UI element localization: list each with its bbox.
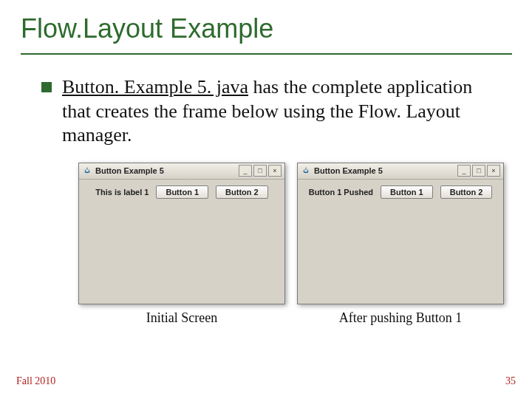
button-1[interactable]: Button 1 <box>156 185 208 199</box>
window-title: Button Example 5 <box>95 166 239 175</box>
right-caption: After pushing Button 1 <box>339 310 463 326</box>
button-2[interactable]: Button 2 <box>440 185 493 199</box>
minimize-button[interactable]: _ <box>239 165 252 177</box>
close-button[interactable]: × <box>268 165 282 177</box>
close-button[interactable]: × <box>487 165 500 177</box>
java-icon <box>82 166 92 176</box>
slide-title: Flow.Layout Example <box>21 13 512 55</box>
example-window-after: Button Example 5 _ □ × Button 1 Pushed B… <box>297 163 504 304</box>
slide-number: 35 <box>505 375 516 387</box>
minimize-button[interactable]: _ <box>457 165 471 177</box>
code-link[interactable]: Button. Example 5. java <box>62 76 248 98</box>
bullet-icon <box>41 82 52 92</box>
example-window-initial: Button Example 5 _ □ × This is label 1 B… <box>78 163 285 304</box>
java-icon <box>301 166 311 176</box>
footer-term: Fall 2010 <box>16 375 55 387</box>
maximize-button[interactable]: □ <box>472 165 485 177</box>
maximize-button[interactable]: □ <box>253 165 267 177</box>
window-title: Button Example 5 <box>314 166 457 175</box>
label-1: This is label 1 <box>95 188 149 197</box>
left-caption: Initial Screen <box>146 310 217 326</box>
button-2[interactable]: Button 2 <box>216 185 268 199</box>
label-1: Button 1 Pushed <box>309 188 373 197</box>
body-text: Button. Example 5. java has the complete… <box>62 75 476 148</box>
button-1[interactable]: Button 1 <box>381 185 433 199</box>
